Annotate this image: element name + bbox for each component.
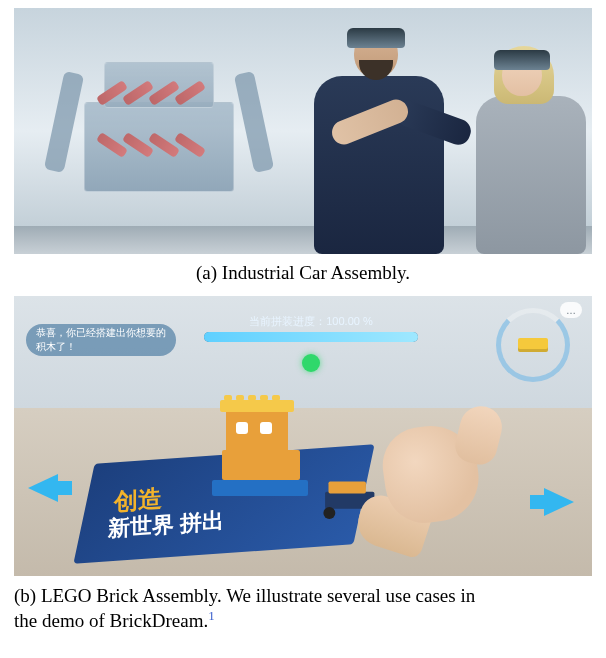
piece-preview-ring [496,308,570,382]
caption-a: (a) Industrial Car Assembly. [14,262,592,284]
hint-chip: 恭喜，你已经搭建出你想要的积木了！ [26,324,176,356]
lego-model-main [202,388,322,508]
caption-b: (b) LEGO Brick Assembly. We illustrate s… [14,584,592,634]
progress-bar [204,332,418,342]
arrow-left-icon [28,474,58,502]
caption-b-line1: (b) LEGO Brick Assembly. We illustrate s… [14,585,475,606]
caption-b-line2: the demo of BrickDream. [14,611,208,632]
ar-headset-icon [494,50,550,70]
person-female-ar [454,34,592,254]
hand-thumbs-up [358,392,508,542]
lego-piece-icon [518,338,548,352]
chat-bubble-icon: … [560,302,582,318]
progress-fill [204,332,418,342]
holographic-engine [44,32,274,227]
progress-label: 当前拼装进度：100.00 % [204,314,418,329]
figure-panel-a [14,8,592,254]
hint-chip-text: 恭喜，你已经搭建出你想要的积木了！ [36,326,166,354]
chat-glyph: … [566,305,576,316]
progress-indicator: 当前拼装进度：100.00 % [204,314,418,342]
arrow-right-icon [544,488,574,516]
ar-headset-icon [347,28,405,48]
footnote-ref: 1 [208,608,215,623]
status-dot-icon [302,354,320,372]
figure-panel-b: 恭喜，你已经搭建出你想要的积木了！ 当前拼装进度：100.00 % … 创造 新… [14,296,592,576]
